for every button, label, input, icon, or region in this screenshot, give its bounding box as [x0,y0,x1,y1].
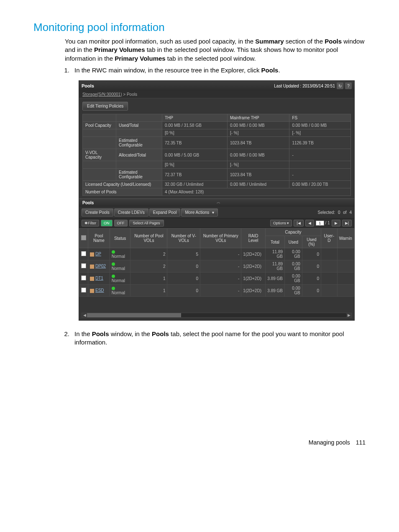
options-dropdown[interactable]: Options ▾ [270,220,292,226]
table-row[interactable]: DPNormal25-1(2D+2D)11.89 GB0.00 GB0 [79,248,354,260]
col-num-pool-vols[interactable]: Number of Pool VOLs [130,229,167,248]
cell-user-d [321,248,338,260]
scroll-left-arrow[interactable]: ◀ [82,313,87,317]
page-total: 1 [327,221,330,225]
cell-user-d [321,285,338,297]
expand-pool-button[interactable]: Expand Pool [149,208,181,216]
more-actions-button[interactable]: More Actions ▾ [181,208,218,216]
filter-button[interactable]: ✱Filter [82,220,99,226]
cell-value: 0.00 MB / 0.00 MB [227,122,289,129]
row-checkbox[interactable] [81,263,86,268]
cell-user-d [321,260,338,272]
cell-used-pct: 0 [302,260,321,272]
pools-toolbar: Create Pools Create LDEVs Expand Pool Mo… [79,207,354,218]
page-next-button[interactable]: ▶ [332,220,340,226]
col-status[interactable]: Status [110,229,130,248]
cell-value: 0.00 MB / 0.00 MB [289,122,351,129]
create-ldevs-button[interactable]: Create LDEVs [114,208,148,216]
cell-num-primary-vols: - [200,248,241,260]
cell-value: 0.00 MB / 0.00 MB [227,149,289,161]
cell-num-vvols: 0 [167,272,200,285]
step-text: window, in the [109,330,152,337]
col-raid-level[interactable]: RAID Level [241,229,266,248]
page-prev-button[interactable]: ◀ [305,220,314,226]
collapse-icon[interactable]: ︿ [217,200,220,205]
select-all-pages-button[interactable]: Select All Pages [129,220,164,226]
col-user-defined[interactable]: User-D [321,229,338,248]
cell-num-pool-vols: 2 [130,260,167,272]
more-actions-label: More Actions [185,210,209,215]
cell-value: [- %] [227,161,289,169]
page-first-button[interactable]: |◀ [294,220,303,226]
col-pool-name[interactable]: Pool Name [88,229,110,248]
cell-value: 4 (Max Allowed: 128) [162,188,351,196]
header-checkbox[interactable] [81,235,86,240]
step-number: 1. [63,66,74,75]
col-num-primary-vols[interactable]: Number of Primary VOLs [200,229,241,248]
col-mainframe-thp: Mainframe THP [227,114,289,122]
bold-primary-volumes: Primary Volumes [115,55,165,62]
row-label: Pool Capacity [83,122,116,129]
summary-table: THP Mainframe THP FS Pool CapacityUsed/T… [82,114,351,196]
refresh-icon[interactable]: ↻ [337,82,343,89]
row-checkbox[interactable] [81,288,86,293]
step-2: 2. In the Pools window, in the Pools tab… [63,330,366,347]
table-row[interactable]: DP02Normal20-1(2D+2D)11.89 GB0.00 GB0 [79,260,354,272]
table-row[interactable]: DT1Normal10-1(2D+2D)3.89 GB0.00 GB0 [79,272,354,285]
cell-used: 0.00 GB [285,285,302,297]
col-used[interactable]: Used [285,236,302,248]
col-used-pct[interactable]: Used (%) [302,236,321,248]
pool-icon [90,277,94,281]
breadcrumb-storage-link[interactable]: Storage(S/N:300001) [82,92,122,97]
intro-text: You can monitor pool information, such a… [65,38,255,45]
help-icon[interactable]: ? [345,82,352,89]
col-warning[interactable]: Warnin [337,229,354,248]
cell-warning [337,260,354,272]
create-pools-button[interactable]: Create Pools [82,208,113,216]
pool-name-link[interactable]: ESD [95,288,104,293]
step-text: . [278,67,280,74]
pool-name-link[interactable]: DP [95,252,101,256]
row-sublabel: Allocated/Total [116,149,162,161]
window-title: Pools [82,83,94,88]
cell-value: 1023.84 TB [227,137,289,149]
cell-num-primary-vols: - [200,285,241,297]
status-text: Normal [112,278,125,283]
col-total[interactable]: Total [265,236,284,248]
row-checkbox[interactable] [81,251,86,256]
status-text: Normal [112,266,125,271]
pools-window-screenshot: Pools Last Updated : 2013/05/14 20:51 ↻ … [79,80,355,321]
horizontal-scrollbar[interactable]: ◀ ▶ [82,313,352,318]
page-last-button[interactable]: ▶| [342,220,352,226]
row-label: Licensed Capacity (Used/Licensed) [83,181,162,188]
filter-on-toggle[interactable]: ON [101,220,113,226]
page-current-input[interactable] [316,221,324,226]
cell-value: 0.00 MB / 5.00 GB [162,149,228,161]
cell-num-primary-vols: - [200,272,241,285]
col-num-vvols[interactable]: Number of V-VOLs [167,229,200,248]
breadcrumb: Storage(S/N:300001) > Pools [79,91,354,98]
pool-icon [90,289,94,293]
cell-used-pct: 0 [302,285,321,297]
scroll-thumb[interactable] [87,313,181,317]
table-row[interactable]: ESDNormal10-1(2D+2D)3.89 GB0.00 GB0 [79,285,354,297]
row-label: V-VOL Capacity [83,149,116,161]
cell-num-pool-vols: 1 [130,272,167,285]
pool-name-link[interactable]: DP02 [95,264,106,268]
pool-name-link[interactable]: DT1 [95,276,103,280]
cell-raid-level: 1(2D+2D) [241,248,266,260]
cell-value: 0.00 MB / 20.00 TB [289,181,351,188]
cell-num-primary-vols: - [200,260,241,272]
intro-paragraph: You can monitor pool information, such a… [65,37,366,63]
row-checkbox[interactable] [81,275,86,280]
cell-value: 1126.39 TB [289,137,351,149]
filter-off-toggle[interactable]: OFF [114,220,128,226]
step-text: In the [74,330,92,337]
col-thp: THP [162,114,228,122]
cell-warning [337,248,354,260]
cell-total: 11.89 GB [265,260,284,272]
cell-value: [0 %] [162,129,228,137]
edit-tiering-policies-button[interactable]: Edit Tiering Policies [82,102,128,111]
scroll-right-arrow[interactable]: ▶ [346,313,351,317]
cell-value: 72.37 TB [162,169,228,181]
